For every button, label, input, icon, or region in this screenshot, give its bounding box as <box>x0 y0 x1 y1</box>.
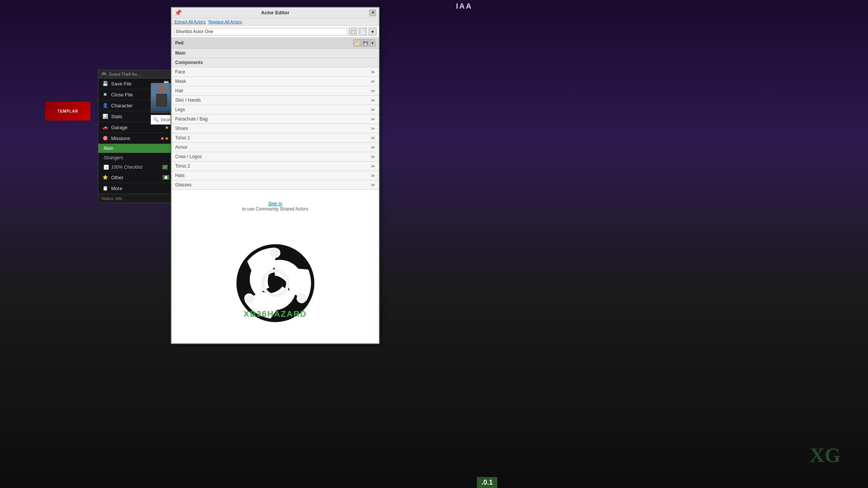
mask-chevron: ≫ <box>371 79 375 84</box>
actor-editor-titlebar: 📌 Actor Editor ✕ <box>171 8 379 18</box>
actor-editor-toolbar: Extract All Actors Replace All Actors <box>171 18 379 26</box>
legs-chevron: ≫ <box>371 107 375 112</box>
glasses-row[interactable]: Glasses ≫ <box>171 180 379 190</box>
brand-text: XB36HAZARD <box>244 309 307 319</box>
components-row[interactable]: Components <box>171 58 379 67</box>
checklist-checkbox[interactable]: ✓ <box>104 165 109 170</box>
hats-label: Hats <box>175 173 185 178</box>
crew-logos-label: Crew / Logos <box>175 154 202 159</box>
mask-label: Mask <box>175 79 186 84</box>
ped-button-1[interactable]: 📁 <box>353 39 361 47</box>
sidebar-item-label: Other <box>111 175 124 180</box>
mask-row[interactable]: Mask ≫ <box>171 77 379 86</box>
armor-row[interactable]: Armor ≫ <box>171 143 379 152</box>
parachute-bag-label: Parachute / Bag <box>175 116 208 122</box>
mod-menu-header: 🎮 Grand Theft Au... <box>98 70 173 78</box>
actor-name-input[interactable] <box>174 28 347 35</box>
sidebar-item-label: Garage <box>111 125 127 130</box>
hair-row[interactable]: Hair ≫ <box>171 86 379 96</box>
submenu-label: Strangers <box>104 155 123 160</box>
legs-label: Legs <box>175 107 185 112</box>
hair-chevron: ≫ <box>371 88 375 93</box>
torso2-row[interactable]: Torso 2 ≫ <box>171 162 379 171</box>
submenu-label: Main <box>104 146 113 151</box>
corner-logo: XG <box>808 438 845 473</box>
mod-menu-title: Grand Theft Au... <box>109 72 141 76</box>
submenu-item-strangers[interactable]: Strangers <box>98 153 173 163</box>
submenu-item-checklist[interactable]: ✓ 100% Checklist ✓ <box>98 163 173 172</box>
parachute-chevron: ≫ <box>371 117 375 122</box>
torso1-row[interactable]: Torso 1 ≫ <box>171 133 379 143</box>
sidebar-item-label: More <box>111 186 122 191</box>
glasses-label: Glasses <box>175 182 191 188</box>
ped-dropdown-btn[interactable]: ▼ <box>370 39 375 47</box>
ped-label: Ped <box>175 40 183 46</box>
version-badge: .0.1 <box>477 477 497 488</box>
signin-description: to use Community Shared Actors <box>242 206 308 212</box>
svg-text:XG: XG <box>810 444 841 467</box>
character-body <box>156 94 167 107</box>
ped-button-2[interactable]: 💾 <box>362 39 369 47</box>
armor-label: Armor <box>175 145 188 150</box>
logo-area: XB36HAZARD <box>171 223 379 343</box>
main-row[interactable]: Main <box>171 49 379 58</box>
actor-copy-button[interactable]: 📋 <box>349 27 357 36</box>
face-row[interactable]: Face ≫ <box>171 67 379 77</box>
skin-hands-row[interactable]: Skin / Hands ≫ <box>171 96 379 105</box>
actor-paste-button[interactable]: 📄 <box>359 27 367 36</box>
hair-label: Hair <box>175 88 183 93</box>
sidebar-item-more[interactable]: 📋 More <box>98 183 173 194</box>
armor-chevron: ≫ <box>371 145 375 150</box>
xb-logo-container: XB36HAZARD <box>223 230 328 336</box>
submenu-item-main[interactable]: Main <box>98 144 173 153</box>
corner-logo-svg: XG <box>808 438 845 468</box>
hats-row[interactable]: Hats ≫ <box>171 171 379 180</box>
ped-buttons: 📁 💾 ▼ <box>353 39 375 47</box>
replace-actors-link[interactable]: Replace All Actors <box>209 20 242 24</box>
save-icon: 💾 <box>102 81 108 87</box>
sidebar-item-label: Save File <box>111 81 131 87</box>
character-silhouette <box>151 83 172 111</box>
stats-icon: 📊 <box>102 113 108 119</box>
sidebar-item-label: Stats <box>111 114 122 119</box>
submenu-label: 100% Checklist <box>111 165 142 170</box>
missions-stars: ★★ <box>160 136 169 141</box>
mod-menu-icon: 🎮 <box>101 72 107 76</box>
character-head <box>157 85 166 93</box>
templar-logo: TEMPLAR <box>45 102 90 120</box>
torso2-label: Torso 2 <box>175 163 190 169</box>
sidebar-item-label: Missions <box>111 136 130 141</box>
main-label: Main <box>175 50 185 56</box>
iaa-label: IAA <box>456 2 472 11</box>
character-thumbnail <box>151 83 173 113</box>
actor-dropdown-button[interactable]: ▼ <box>368 27 377 36</box>
legs-row[interactable]: Legs ≫ <box>171 105 379 114</box>
sidebar-item-other[interactable]: ⭐ Other 📋 <box>98 172 173 183</box>
extract-actors-link[interactable]: Extract All Actors <box>174 20 206 24</box>
actor-editor-window: 📌 Actor Editor ✕ Extract All Actors Repl… <box>171 7 380 344</box>
search-icon: 🔍 <box>153 117 159 122</box>
missions-icon: 🎯 <box>102 135 108 141</box>
actor-editor-title: Actor Editor <box>261 10 289 15</box>
face-label: Face <box>175 69 185 75</box>
torso2-chevron: ≫ <box>371 164 375 169</box>
actor-selector-row: 📋 📄 ▼ <box>171 26 379 38</box>
sidebar-item-label: Character <box>111 103 133 108</box>
shoes-chevron: ≫ <box>371 126 375 131</box>
svg-point-2 <box>270 248 280 258</box>
sidebar-item-missions[interactable]: 🎯 Missions ★★ <box>98 133 173 144</box>
hats-chevron: ≫ <box>371 173 375 178</box>
garage-icon: 🚗 <box>102 124 108 130</box>
crew-logos-row[interactable]: Crew / Logos ≫ <box>171 152 379 162</box>
status-text: Status: Idle... <box>101 196 125 201</box>
torso1-label: Torso 1 <box>175 135 190 140</box>
skin-hands-label: Skin / Hands <box>175 98 201 103</box>
crew-chevron: ≫ <box>371 154 375 159</box>
shoes-row[interactable]: Shoes ≫ <box>171 124 379 133</box>
signin-link[interactable]: Sign In <box>268 201 282 206</box>
checklist-badge: ✓ <box>162 165 168 169</box>
face-chevron: ≫ <box>371 70 375 75</box>
close-button[interactable]: ✕ <box>369 9 376 16</box>
parachute-bag-row[interactable]: Parachute / Bag ≫ <box>171 114 379 124</box>
pin-icon: 📌 <box>174 9 182 16</box>
